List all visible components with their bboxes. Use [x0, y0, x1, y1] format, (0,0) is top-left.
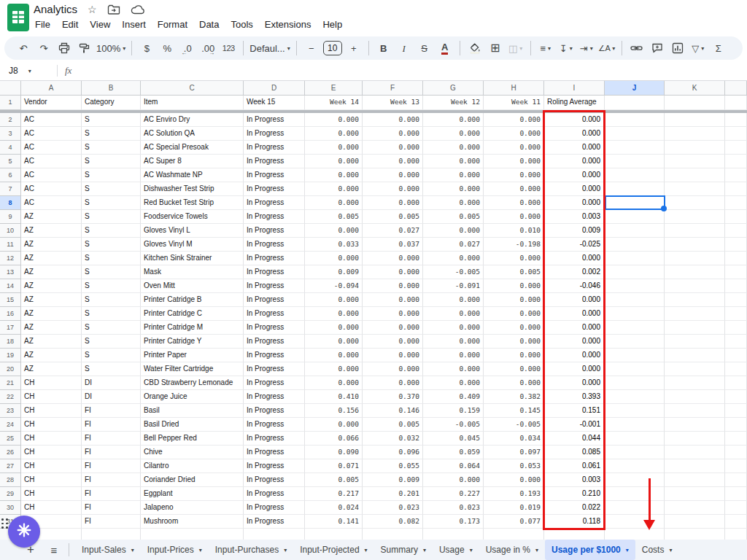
column-header-A[interactable]: A	[21, 81, 82, 96]
cell-A1[interactable]: Vendor	[21, 96, 82, 110]
cell-H4[interactable]: 0.000	[484, 141, 544, 155]
functions-button[interactable]: Σ	[710, 39, 727, 57]
cell-stub26[interactable]	[725, 446, 747, 459]
cell-B15[interactable]: S	[82, 293, 141, 307]
cell-A19[interactable]: AZ	[21, 349, 82, 362]
decrease-font-size-button[interactable]: −	[303, 39, 320, 57]
cell-H27[interactable]: 0.053	[484, 459, 544, 473]
cell-H10[interactable]: 0.010	[484, 224, 544, 238]
cell-C14[interactable]: Oven Mitt	[141, 279, 244, 293]
cell-K11[interactable]	[665, 238, 725, 252]
cell-B13[interactable]: S	[82, 265, 141, 279]
move-folder-icon[interactable]	[107, 4, 120, 15]
cell-H31[interactable]: 0.077	[484, 515, 544, 529]
row-header-21[interactable]: 21	[0, 376, 21, 390]
cell-J24[interactable]	[605, 418, 665, 432]
cell-E20[interactable]: 0.000	[305, 362, 363, 376]
cell-stub27[interactable]	[725, 459, 747, 473]
cell-F18[interactable]: 0.000	[363, 335, 423, 349]
cell-E10[interactable]: 0.000	[305, 224, 363, 238]
tab-usage-in-[interactable]: Usage in %▾	[479, 540, 545, 560]
cell-A27[interactable]: CH	[21, 459, 82, 473]
cell-F31[interactable]: 0.082	[363, 515, 423, 529]
format-currency-button[interactable]: $	[138, 39, 155, 57]
cell-D23[interactable]: In Progress	[244, 404, 305, 418]
cell-H7[interactable]: 0.000	[484, 182, 544, 196]
cell-F24[interactable]: 0.005	[363, 418, 423, 432]
cell-C19[interactable]: Printer Paper	[141, 349, 244, 362]
cell-F7[interactable]: 0.000	[363, 182, 423, 196]
cell-C31[interactable]: Mushroom	[141, 515, 244, 529]
row-header-6[interactable]: 6	[0, 168, 21, 182]
cell-J17[interactable]	[605, 321, 665, 335]
cell-C18[interactable]: Printer Catridge Y	[141, 335, 244, 349]
chevron-down-icon[interactable]: ▾	[669, 547, 672, 553]
cell-B6[interactable]: S	[82, 168, 141, 182]
cell-K18[interactable]	[665, 335, 725, 349]
cell-stub4[interactable]	[725, 141, 747, 155]
cell-E3[interactable]: 0.000	[305, 127, 363, 141]
menu-format[interactable]: Format	[152, 18, 193, 31]
chevron-down-icon[interactable]: ▾	[28, 68, 31, 74]
cell-K31[interactable]	[665, 515, 725, 529]
more-formats-button[interactable]: 123	[220, 39, 237, 57]
paint-format-button[interactable]	[76, 39, 93, 57]
cell-G[interactable]	[423, 529, 484, 540]
cell-H1[interactable]: Week 11	[484, 96, 544, 110]
row-header-28[interactable]: 28	[0, 473, 21, 487]
cell-H22[interactable]: 0.382	[484, 390, 544, 404]
cell-K1[interactable]	[665, 96, 725, 110]
cell-H25[interactable]: 0.034	[484, 432, 544, 446]
cell-F6[interactable]: 0.000	[363, 168, 423, 182]
cell-A23[interactable]: CH	[21, 404, 82, 418]
cell-E15[interactable]: 0.000	[305, 293, 363, 307]
insert-link-button[interactable]	[628, 39, 646, 57]
tab-summary[interactable]: Summary▾	[374, 540, 433, 560]
cell-G25[interactable]: 0.045	[423, 432, 484, 446]
cell-stub1[interactable]	[725, 96, 747, 110]
row-header-25[interactable]: 25	[0, 432, 21, 446]
cell-C23[interactable]: Basil	[141, 404, 244, 418]
cell-E5[interactable]: 0.000	[305, 155, 363, 168]
redo-button[interactable]: ↷	[35, 39, 53, 57]
cell-G8[interactable]: 0.000	[423, 196, 484, 210]
document-title[interactable]: Analytics	[34, 3, 77, 15]
cell-J21[interactable]	[605, 376, 665, 390]
cell-A12[interactable]: AZ	[21, 252, 82, 265]
cell-stub25[interactable]	[725, 432, 747, 446]
cell-stub23[interactable]	[725, 404, 747, 418]
cell-B10[interactable]: S	[82, 224, 141, 238]
cell-K28[interactable]	[665, 473, 725, 487]
cell-D31[interactable]: In Progress	[244, 515, 305, 529]
cell-stub11[interactable]	[725, 238, 747, 252]
cell-E30[interactable]: 0.024	[305, 501, 363, 515]
cell-G17[interactable]: 0.000	[423, 321, 484, 335]
cell-D3[interactable]: In Progress	[244, 127, 305, 141]
cell-E11[interactable]: 0.033	[305, 238, 363, 252]
cell-H28[interactable]: 0.000	[484, 473, 544, 487]
cell-F4[interactable]: 0.000	[363, 141, 423, 155]
cell-stub18[interactable]	[725, 335, 747, 349]
column-header-C[interactable]: C	[141, 81, 244, 96]
cell-K7[interactable]	[665, 182, 725, 196]
increase-decimal-button[interactable]: .00→	[199, 39, 217, 57]
cell-G2[interactable]: 0.000	[423, 113, 484, 127]
cell-B1[interactable]: Category	[82, 96, 141, 110]
cell-G26[interactable]: 0.059	[423, 446, 484, 459]
tab-input-sales[interactable]: Input-Sales▾	[75, 540, 141, 560]
tab-usage-per-1000[interactable]: Usage per $1000▾	[545, 540, 635, 560]
cell-C25[interactable]: Bell Pepper Red	[141, 432, 244, 446]
cell-stub22[interactable]	[725, 390, 747, 404]
cell-stub10[interactable]	[725, 224, 747, 238]
cell-F12[interactable]: 0.000	[363, 252, 423, 265]
cell-B24[interactable]: FI	[82, 418, 141, 432]
cell-C2[interactable]: AC Enviro Dry	[141, 113, 244, 127]
row-header-27[interactable]: 27	[0, 459, 21, 473]
cell-F19[interactable]: 0.000	[363, 349, 423, 362]
cell-stub15[interactable]	[725, 293, 747, 307]
cell-G30[interactable]: 0.023	[423, 501, 484, 515]
cell-J5[interactable]	[605, 155, 665, 168]
cell-K5[interactable]	[665, 155, 725, 168]
cell-F21[interactable]: 0.000	[363, 376, 423, 390]
cell-K[interactable]	[665, 529, 725, 540]
